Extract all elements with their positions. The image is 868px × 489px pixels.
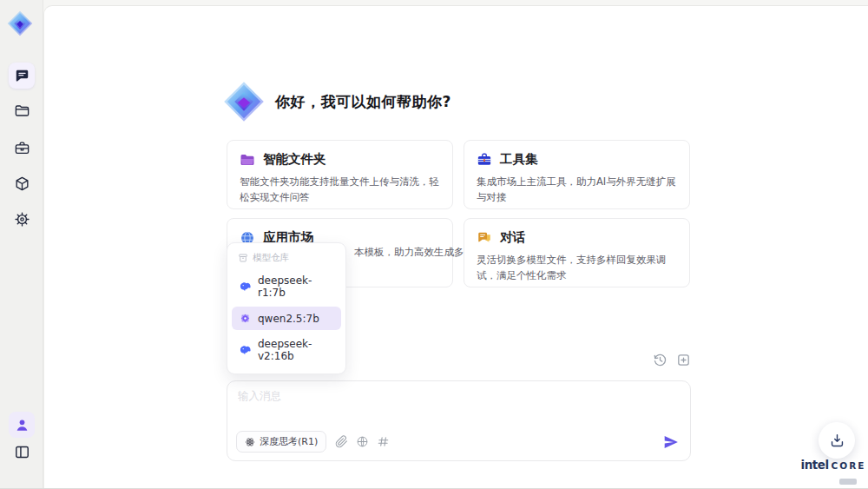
core-logo-text: core [832,460,866,471]
model-option-label: deepseek-r1:7b [258,274,334,299]
card-dialogue[interactable]: 对话 灵活切换多模型文件，支持多样回复效果调试，满足个性化需求 [464,218,690,287]
deepseek-icon [239,344,252,357]
download-icon [829,433,845,449]
message-composer: 深度思考(R1) [227,380,691,461]
sidebar-item-settings[interactable] [9,206,35,232]
smart-folder-icon [240,152,255,168]
sidebar-item-models[interactable] [9,170,35,196]
model-dropdown-header-label: 模型仓库 [253,252,289,264]
qwen-icon [239,312,252,325]
paperclip-icon[interactable] [335,435,348,448]
sidebar-item-chat[interactable] [9,63,35,89]
card-description-partial: 本模板，助力高效生成多 [354,246,464,259]
model-dropdown-header: 模型仓库 [232,248,341,267]
message-input[interactable] [238,389,676,426]
greeting: 你好，我可以如何帮助你? [223,81,451,122]
gear-icon [14,211,30,228]
deep-think-toggle[interactable]: 深度思考(R1) [236,431,326,453]
sidebar-item-toolbox[interactable] [9,135,35,161]
card-title: 对话 [500,229,525,246]
deepseek-icon [239,281,252,294]
panel-collapse-icon [14,444,30,460]
user-icon [14,417,30,433]
model-option-label: deepseek-v2:16b [258,338,334,362]
history-button[interactable] [652,352,667,367]
composer-toolbar: 深度思考(R1) [236,431,680,453]
card-toolset[interactable]: 工具集 集成市场上主流工具，助力AI与外界无缝扩展与对接 [464,140,690,209]
ultra-badge [839,479,857,485]
new-chat-button[interactable] [675,352,691,367]
app-window: 你好，我可以如何帮助你? 智能文件夹 智能文件夹功能支持批量文件上传与清洗，轻松… [0,0,868,489]
model-option-label: qwen2.5:7b [258,313,319,325]
card-description: 智能文件夹功能支持批量文件上传与清洗，轻松实现文件问答 [240,174,440,206]
model-dropdown: 模型仓库 deepseek-r1:7b qwen2.5:7b [227,242,346,374]
model-option-deepseek-v2[interactable]: deepseek-v2:16b [232,333,341,367]
intel-logo-text: intel [801,458,829,472]
main-panel: 你好，我可以如何帮助你? 智能文件夹 智能文件夹功能支持批量文件上传与清洗，轻松… [43,5,868,488]
card-description: 灵活切换多模型文件，支持多样回复效果调试，满足个性化需求 [477,252,677,284]
briefcase-icon [14,140,30,156]
sidebar-collapse-button[interactable] [9,439,35,465]
sidebar [0,0,43,488]
cube-icon [14,175,30,192]
atom-icon [245,437,255,447]
app-logo-icon [7,10,33,36]
repository-icon [238,253,248,263]
send-button[interactable] [662,433,680,451]
card-description: 集成市场上主流工具，助力AI与外界无缝扩展与对接 [477,174,677,206]
folder-icon [14,102,30,119]
chat-actions [652,352,691,367]
dialogue-icon [477,230,492,246]
plus-square-icon [676,353,691,367]
model-option-deepseek-r1[interactable]: deepseek-r1:7b [232,269,341,304]
sidebar-item-account[interactable] [9,412,35,438]
composer-icons [335,435,390,448]
chat-icon [14,68,30,84]
download-button[interactable] [819,422,855,459]
sidebar-item-folders[interactable] [9,97,35,123]
intel-core-logo: intel core [800,458,866,488]
send-icon [662,433,680,451]
greeting-title: 你好，我可以如何帮助你? [275,92,451,112]
history-icon [653,353,667,367]
globe-icon[interactable] [356,435,369,448]
model-option-qwen[interactable]: qwen2.5:7b [232,307,341,330]
hash-icon[interactable] [377,435,390,448]
deep-think-label: 深度思考(R1) [260,435,318,448]
app-logo-icon [223,81,265,122]
card-title: 智能文件夹 [263,151,326,168]
toolset-icon [477,152,492,168]
card-title: 工具集 [500,151,538,168]
card-smart-folder[interactable]: 智能文件夹 智能文件夹功能支持批量文件上传与清洗，轻松实现文件问答 [227,140,453,209]
